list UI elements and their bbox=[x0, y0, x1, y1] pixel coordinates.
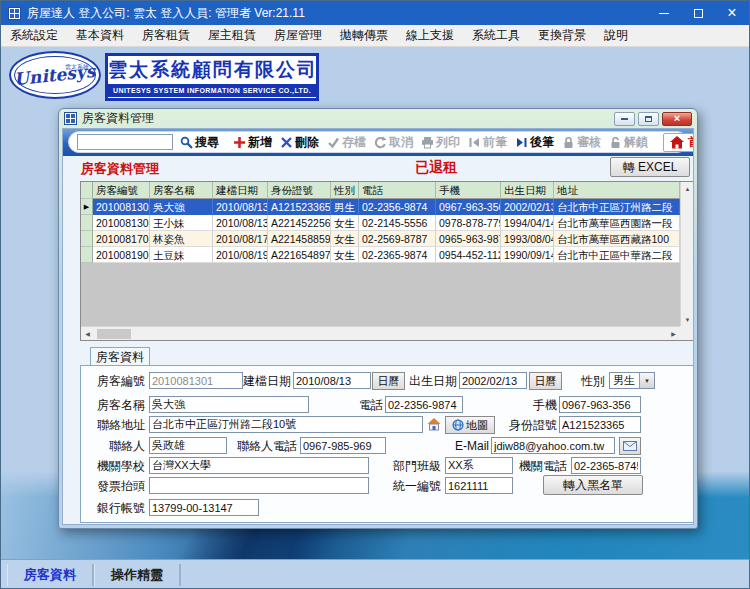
cell: 2010/08/19 bbox=[213, 247, 268, 263]
status-tab-operation-wizard[interactable]: 操作精靈 bbox=[94, 564, 181, 586]
tenant-name-input[interactable] bbox=[149, 396, 309, 413]
cell: 0965-963-987 bbox=[436, 231, 501, 247]
id-number-input[interactable] bbox=[559, 416, 641, 433]
school-input[interactable] bbox=[149, 457, 369, 474]
home-icon[interactable] bbox=[426, 416, 442, 432]
cell: 男生 bbox=[331, 199, 359, 215]
cell: 0978-878-779 bbox=[436, 215, 501, 231]
export-excel-button[interactable]: 轉 EXCEL bbox=[610, 157, 690, 177]
scroll-left-icon[interactable]: ◀ bbox=[81, 327, 94, 340]
send-email-button[interactable] bbox=[619, 437, 641, 455]
tax-id-input[interactable] bbox=[445, 477, 513, 494]
desktop-background: Unitesys 雲太系統 雲太系統顧問有限公司 UNITESYS SYSTEM… bbox=[1, 47, 749, 559]
email-input[interactable] bbox=[491, 437, 615, 454]
dialog-restore-button[interactable] bbox=[638, 112, 659, 126]
menu-item-system-tools[interactable]: 系統工具 bbox=[463, 24, 529, 47]
cell: 台北市中正區中華路二段 bbox=[554, 247, 680, 263]
cell: 台北市萬華區西藏路100 bbox=[554, 231, 680, 247]
maximize-button[interactable] bbox=[681, 1, 715, 25]
blacklist-button[interactable]: 轉入黑名單 bbox=[543, 475, 643, 495]
tab-tenant-data[interactable]: 房客資料 bbox=[90, 347, 150, 366]
id-number-label: 身份證號 bbox=[509, 416, 557, 434]
school-phone-label: 機關電話 bbox=[519, 457, 567, 475]
company-name-zh: 雲太系統顧問有限公司 bbox=[108, 56, 316, 84]
mobile-label: 手機 bbox=[509, 396, 557, 414]
tenant-id-input[interactable] bbox=[149, 372, 243, 389]
column-header[interactable]: 出生日期 bbox=[501, 182, 554, 199]
cancel-button: 取消 bbox=[371, 134, 416, 151]
dialog-titlebar[interactable]: 房客資料管理 × bbox=[59, 109, 697, 128]
map-button-label: 地圖 bbox=[466, 418, 488, 433]
department-input[interactable] bbox=[445, 457, 513, 474]
cell: 0967-963-356 bbox=[436, 199, 501, 215]
column-header[interactable]: 手機 bbox=[436, 182, 501, 199]
column-header[interactable]: 性別 bbox=[331, 182, 359, 199]
map-button[interactable]: 地圖 bbox=[445, 416, 495, 434]
phone-input[interactable] bbox=[385, 396, 463, 413]
search-input[interactable] bbox=[77, 134, 173, 150]
vertical-scrollbar[interactable]: ▲ ▼ bbox=[680, 182, 693, 326]
table-row[interactable]: ▶2010081301吳大強2010/08/13A121523365男生02-2… bbox=[81, 199, 680, 215]
delete-button[interactable]: 刪除 bbox=[277, 134, 322, 151]
cell: 02-2145-5556 bbox=[359, 215, 436, 231]
bank-account-input[interactable] bbox=[149, 499, 259, 516]
close-button[interactable]: × bbox=[715, 1, 749, 25]
dialog-close-button[interactable]: × bbox=[662, 112, 692, 126]
contact-phone-input[interactable] bbox=[300, 437, 386, 454]
menu-item-voucher-transfer[interactable]: 拋轉傳票 bbox=[331, 24, 397, 47]
next-record-button[interactable]: 後筆 bbox=[512, 134, 557, 151]
cell: 女生 bbox=[331, 231, 359, 247]
column-header[interactable]: 房客編號 bbox=[93, 182, 150, 199]
gender-select[interactable]: 男生 ▼ bbox=[609, 372, 655, 389]
column-header[interactable]: 建檔日期 bbox=[213, 182, 268, 199]
menu-item-online-support[interactable]: 線上支援 bbox=[397, 24, 463, 47]
chevron-down-icon[interactable]: ▼ bbox=[639, 373, 654, 388]
email-label: E-Mail bbox=[453, 437, 489, 455]
search-button[interactable]: 搜尋 bbox=[177, 134, 222, 151]
menu-item-help[interactable]: 說明 bbox=[595, 24, 637, 47]
cell: 2010081701 bbox=[93, 231, 150, 247]
created-date-calendar-button[interactable]: 日曆 bbox=[372, 372, 405, 390]
invoice-title-input[interactable] bbox=[149, 477, 369, 494]
table-row[interactable]: 2010081901土豆妹2010/08/19A221654897女生02-23… bbox=[81, 247, 680, 263]
dialog-minimize-button[interactable] bbox=[614, 112, 635, 126]
address-input[interactable] bbox=[149, 416, 423, 433]
column-header[interactable]: 地址 bbox=[554, 182, 680, 199]
home-button[interactable]: 首頁 bbox=[663, 133, 694, 152]
birth-date-calendar-button[interactable]: 日曆 bbox=[529, 372, 562, 390]
menu-item-house-management[interactable]: 房屋管理 bbox=[265, 24, 331, 47]
scroll-right-icon[interactable]: ▶ bbox=[667, 327, 680, 340]
status-tab-tenant-data[interactable]: 房客資料 bbox=[7, 564, 94, 586]
minimize-button[interactable] bbox=[647, 1, 681, 25]
created-date-input[interactable] bbox=[293, 372, 371, 389]
row-indicator bbox=[81, 247, 93, 263]
gender-value: 男生 bbox=[610, 373, 639, 388]
menu-item-change-background[interactable]: 更換背景 bbox=[529, 24, 595, 47]
cell: 台北市萬華區西園路一段 bbox=[554, 215, 680, 231]
menu-item-basic-data[interactable]: 基本資料 bbox=[67, 24, 133, 47]
contact-name-input[interactable] bbox=[149, 437, 227, 454]
table-row[interactable]: 2010081302王小妹2010/08/13A221452256女生02-21… bbox=[81, 215, 680, 231]
scroll-down-icon[interactable]: ▼ bbox=[681, 313, 694, 326]
mobile-input[interactable] bbox=[559, 396, 641, 413]
audit-button: 審核 bbox=[559, 134, 604, 151]
menu-item-system-settings[interactable]: 系統設定 bbox=[1, 24, 67, 47]
birth-date-input[interactable] bbox=[459, 372, 527, 389]
column-header[interactable]: 電話 bbox=[359, 182, 436, 199]
menu-item-landlord-rental[interactable]: 屋主租賃 bbox=[199, 24, 265, 47]
selected-row-indicator: ▶ bbox=[81, 199, 93, 215]
cell: 02-2569-8787 bbox=[359, 231, 436, 247]
column-header[interactable]: 身份證號 bbox=[268, 182, 331, 199]
cell: 吳大強 bbox=[150, 199, 213, 215]
add-button[interactable]: 新增 bbox=[230, 134, 275, 151]
scrollbar-thumb[interactable] bbox=[97, 329, 131, 339]
table-row[interactable]: 2010081701林姿魚2010/08/17A221458859女生02-25… bbox=[81, 231, 680, 247]
scroll-up-icon[interactable]: ▲ bbox=[681, 182, 694, 195]
toolbar: 搜尋新增刪除存檔取消列印前筆後筆審核解鎖首頁離開 bbox=[63, 129, 693, 156]
menu-item-tenant-rental[interactable]: 房客租賃 bbox=[133, 24, 199, 47]
school-phone-input[interactable] bbox=[571, 457, 641, 474]
horizontal-scrollbar[interactable]: ◀ ▶ bbox=[81, 326, 680, 340]
tenant-table: 房客編號房客名稱建檔日期身份證號性別電話手機出生日期地址▶2010081301吳… bbox=[80, 181, 694, 341]
column-header[interactable]: 房客名稱 bbox=[150, 182, 213, 199]
envelope-icon bbox=[623, 441, 637, 451]
